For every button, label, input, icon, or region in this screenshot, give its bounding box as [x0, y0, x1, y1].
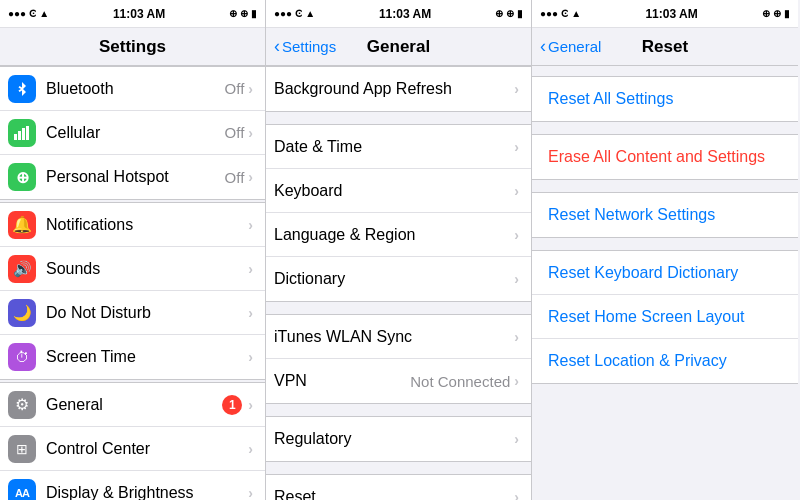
reset-chevron: › [514, 489, 519, 500]
hotspot-chevron: › [248, 169, 253, 185]
middle-item-vpn[interactable]: VPN Not Connected › [266, 359, 531, 403]
sidebar-item-cellular[interactable]: Cellular Off › [0, 111, 265, 155]
right-item-resetkeyboard[interactable]: Reset Keyboard Dictionary [532, 251, 798, 295]
screentime-chevron: › [248, 349, 253, 365]
sidebar-item-sounds[interactable]: 🔊 Sounds › [0, 247, 265, 291]
language-label: Language & Region [274, 226, 514, 244]
middle-section-3: iTunes WLAN Sync › VPN Not Connected › [266, 314, 531, 404]
resethome-label: Reset Home Screen Layout [548, 308, 745, 326]
keyboard-label: Keyboard [274, 182, 514, 200]
status-bar-left: ●●●Ͼ▲ 11:03 AM ⊕⊕▮ [0, 0, 265, 28]
right-item-resetall[interactable]: Reset All Settings [532, 77, 798, 121]
sounds-icon: 🔊 [8, 255, 36, 283]
status-time-left: 11:03 AM [113, 7, 165, 21]
svg-rect-2 [22, 128, 25, 140]
middle-item-regulatory[interactable]: Regulatory › [266, 417, 531, 461]
erasecontent-label: Erase All Content and Settings [548, 148, 765, 166]
regulatory-chevron: › [514, 431, 519, 447]
right-nav-bar: ‹ General Reset [532, 28, 798, 66]
right-section-1: Reset All Settings [532, 76, 798, 122]
right-item-resetlocation[interactable]: Reset Location & Privacy [532, 339, 798, 383]
left-nav-bar: Settings [0, 28, 265, 66]
sidebar-item-general[interactable]: ⚙ General 1 › [0, 383, 265, 427]
middle-section-1: Background App Refresh › [266, 66, 531, 112]
right-item-resetnetwork[interactable]: Reset Network Settings [532, 193, 798, 237]
notifications-icon: 🔔 [8, 211, 36, 239]
bluetooth-label: Bluetooth [46, 80, 225, 98]
sidebar-item-displaybrightness[interactable]: AA Display & Brightness › [0, 471, 265, 500]
screentime-icon: ⏱ [8, 343, 36, 371]
sidebar-item-notifications[interactable]: 🔔 Notifications › [0, 203, 265, 247]
cellular-icon [8, 119, 36, 147]
middle-panel: ●●●Ͼ▲ 11:03 AM ⊕⊕▮ ‹ Settings General Ba… [266, 0, 532, 500]
sidebar-item-bluetooth[interactable]: Bluetooth Off › [0, 67, 265, 111]
status-right-right: ⊕⊕▮ [762, 8, 790, 19]
bluetooth-icon [8, 75, 36, 103]
middle-title: General [367, 37, 430, 57]
reset-label: Reset [274, 488, 514, 500]
right-back-button[interactable]: ‹ General [540, 38, 601, 55]
sep-2 [266, 304, 531, 314]
middle-scroll[interactable]: Background App Refresh › Date & Time › K… [266, 66, 531, 500]
right-scroll[interactable]: Reset All Settings Erase All Content and… [532, 66, 798, 500]
controlcenter-label: Control Center [46, 440, 248, 458]
status-left-left: ●●●Ͼ▲ [8, 8, 49, 19]
bgrefresh-chevron: › [514, 81, 519, 97]
status-time-right: 11:03 AM [645, 7, 697, 21]
general-icon: ⚙ [8, 391, 36, 419]
middle-item-keyboard[interactable]: Keyboard › [266, 169, 531, 213]
vpn-label: VPN [274, 372, 410, 390]
middle-back-label: Settings [282, 38, 336, 55]
hotspot-label: Personal Hotspot [46, 168, 225, 186]
svg-rect-3 [26, 126, 29, 140]
sidebar-item-screentime[interactable]: ⏱ Screen Time › [0, 335, 265, 379]
status-right-middle: ⊕⊕▮ [495, 8, 523, 19]
status-bar-middle: ●●●Ͼ▲ 11:03 AM ⊕⊕▮ [266, 0, 531, 28]
left-section-1: Bluetooth Off › Cellular Off › ⊕ Persona… [0, 66, 265, 200]
screentime-label: Screen Time [46, 348, 248, 366]
middle-section-4: Regulatory › [266, 416, 531, 462]
cellular-label: Cellular [46, 124, 225, 142]
donotdisturb-icon: 🌙 [8, 299, 36, 327]
datetime-label: Date & Time [274, 138, 514, 156]
donotdisturb-chevron: › [248, 305, 253, 321]
status-time-middle: 11:03 AM [379, 7, 431, 21]
sidebar-item-donotdisturb[interactable]: 🌙 Do Not Disturb › [0, 291, 265, 335]
right-back-label: General [548, 38, 601, 55]
right-item-erasecontent[interactable]: Erase All Content and Settings [532, 135, 798, 179]
donotdisturb-label: Do Not Disturb [46, 304, 248, 322]
middle-back-button[interactable]: ‹ Settings [274, 38, 336, 55]
right-sep-3 [532, 240, 798, 250]
status-left-right: ●●●Ͼ▲ [540, 8, 581, 19]
middle-item-bgrefresh[interactable]: Background App Refresh › [266, 67, 531, 111]
bgrefresh-label: Background App Refresh [274, 80, 514, 98]
cellular-chevron: › [248, 125, 253, 141]
left-section-2: 🔔 Notifications › 🔊 Sounds › 🌙 Do Not Di… [0, 202, 265, 380]
right-item-resethome[interactable]: Reset Home Screen Layout [532, 295, 798, 339]
controlcenter-icon: ⊞ [8, 435, 36, 463]
middle-item-datetime[interactable]: Date & Time › [266, 125, 531, 169]
displaybrightness-chevron: › [248, 485, 253, 501]
middle-item-language[interactable]: Language & Region › [266, 213, 531, 257]
notifications-chevron: › [248, 217, 253, 233]
dictionary-label: Dictionary [274, 270, 514, 288]
bluetooth-chevron: › [248, 81, 253, 97]
middle-item-wlansync[interactable]: iTunes WLAN Sync › [266, 315, 531, 359]
notifications-label: Notifications [46, 216, 248, 234]
displaybrightness-label: Display & Brightness [46, 484, 248, 501]
left-title: Settings [99, 37, 166, 57]
sounds-label: Sounds [46, 260, 248, 278]
resetnetwork-label: Reset Network Settings [548, 206, 715, 224]
middle-nav-bar: ‹ Settings General [266, 28, 531, 66]
status-bar-right: ●●●Ͼ▲ 11:03 AM ⊕⊕▮ [532, 0, 798, 28]
middle-section-5: Reset › [266, 474, 531, 500]
right-section-2: Erase All Content and Settings [532, 134, 798, 180]
right-sep-0 [532, 66, 798, 76]
middle-item-dictionary[interactable]: Dictionary › [266, 257, 531, 301]
status-left-middle: ●●●Ͼ▲ [274, 8, 315, 19]
middle-item-reset[interactable]: Reset › [266, 475, 531, 500]
left-scroll[interactable]: Bluetooth Off › Cellular Off › ⊕ Persona… [0, 66, 265, 500]
middle-section-2: Date & Time › Keyboard › Language & Regi… [266, 124, 531, 302]
sidebar-item-controlcenter[interactable]: ⊞ Control Center › [0, 427, 265, 471]
sidebar-item-hotspot[interactable]: ⊕ Personal Hotspot Off › [0, 155, 265, 199]
